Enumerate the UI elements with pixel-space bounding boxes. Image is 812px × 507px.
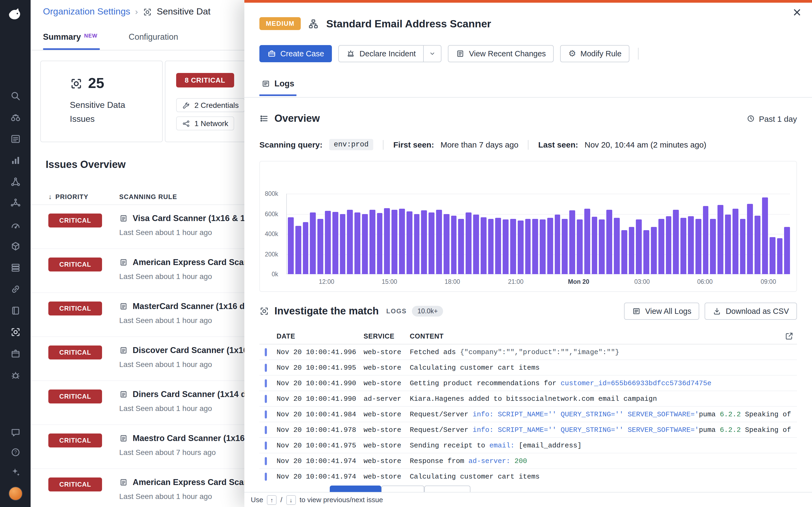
chart-bar[interactable] <box>532 219 539 274</box>
chart-bar[interactable] <box>354 213 360 274</box>
chart-bar[interactable] <box>428 212 435 274</box>
chart-bar[interactable] <box>303 222 309 274</box>
chart-bar[interactable] <box>592 217 598 274</box>
chart-bar[interactable] <box>421 210 427 274</box>
chart-bar[interactable] <box>295 226 301 274</box>
view-all-logs-button[interactable]: View All Logs <box>624 302 700 320</box>
log-row[interactable]: Nov 20 10:00:41.990 ad-server Kiara.Hage… <box>259 391 797 407</box>
chart-bar[interactable] <box>703 206 709 274</box>
log-row[interactable]: Nov 20 10:00:41.995 web-store Calculatin… <box>259 360 797 376</box>
chart-bar[interactable] <box>451 216 457 274</box>
chart-bar[interactable] <box>725 215 731 274</box>
credentials-chip[interactable]: 2 Credentials <box>176 98 245 112</box>
view-recent-changes-button[interactable]: View Recent Changes <box>448 45 554 62</box>
chart-bar[interactable] <box>495 218 501 274</box>
chart-bar[interactable] <box>392 210 397 274</box>
help-icon[interactable]: ? <box>10 447 21 458</box>
service-map-icon[interactable] <box>10 198 21 209</box>
chart-bar[interactable] <box>347 210 353 274</box>
chart-bar[interactable] <box>607 210 612 274</box>
chart-bar[interactable] <box>710 219 716 274</box>
watchdog-icon[interactable] <box>10 112 21 123</box>
chart-bar[interactable] <box>436 210 442 274</box>
ci-icon[interactable] <box>10 370 21 380</box>
column-priority[interactable]: ↓ PRIORITY <box>48 192 119 201</box>
chart-bar[interactable] <box>784 227 790 274</box>
chart-bar[interactable] <box>540 219 546 274</box>
log-row[interactable]: Nov 20 10:00:41.990 web-store Getting pr… <box>259 376 797 391</box>
chart-bar[interactable] <box>547 218 553 274</box>
chart-bar[interactable] <box>696 219 701 274</box>
declare-incident-button[interactable]: Declare Incident <box>339 45 424 62</box>
chart-bar[interactable] <box>599 219 605 274</box>
user-avatar[interactable] <box>8 487 22 501</box>
log-row[interactable]: Nov 20 10:00:41.996 web-store Fetched ad… <box>259 344 797 360</box>
tab-configuration[interactable]: Configuration <box>129 31 178 50</box>
chart-bar[interactable] <box>340 214 346 274</box>
chart-bar[interactable] <box>288 217 294 274</box>
metrics-icon[interactable] <box>10 155 21 166</box>
log-row[interactable]: Nov 20 10:00:41.974 web-store Calculatin… <box>259 469 797 482</box>
log-row[interactable]: Nov 20 10:00:41.974 web-store Response f… <box>259 453 797 469</box>
chart-bar[interactable] <box>584 209 590 274</box>
chart-bar[interactable] <box>762 198 768 274</box>
download-csv-button[interactable]: Download as CSV <box>705 302 797 320</box>
processes-icon[interactable] <box>10 262 21 273</box>
scanning-query-chip[interactable]: env:prod <box>329 139 373 150</box>
external-link-icon[interactable] <box>784 332 794 341</box>
chart-bar[interactable] <box>407 212 412 274</box>
critical-count-badge[interactable]: 8 CRITICAL <box>176 73 234 88</box>
close-icon[interactable]: × <box>793 5 801 20</box>
network-chip[interactable]: 1 Network <box>176 116 234 130</box>
chart-bar[interactable] <box>310 213 316 274</box>
chart-bar[interactable] <box>369 210 375 274</box>
tab-logs[interactable]: Logs <box>259 79 296 96</box>
monitors-icon[interactable] <box>10 219 21 230</box>
chart-bar[interactable] <box>747 204 753 274</box>
chart-bar[interactable] <box>740 219 746 274</box>
chart-bar[interactable] <box>628 227 635 274</box>
log-row[interactable]: Nov 20 10:00:41.975 web-store Sending re… <box>259 438 797 453</box>
chart-bar[interactable] <box>673 210 679 274</box>
chart-bar[interactable] <box>384 208 390 274</box>
chart-bar[interactable] <box>621 230 627 274</box>
chart-bar[interactable] <box>466 213 471 274</box>
chart-bar[interactable] <box>717 205 723 274</box>
chart-bar[interactable] <box>555 215 560 274</box>
events-icon[interactable] <box>10 133 21 144</box>
chart-bar[interactable] <box>755 216 760 274</box>
chart-bar[interactable] <box>636 219 642 274</box>
chart-bar[interactable] <box>458 219 464 274</box>
chart-bar[interactable] <box>377 213 383 274</box>
declare-incident-dropdown[interactable] <box>424 45 442 62</box>
chart-bar[interactable] <box>777 238 783 274</box>
log-row[interactable]: Nov 20 10:00:41.978 web-store Request/Se… <box>259 422 797 438</box>
notebooks-icon[interactable] <box>10 305 21 316</box>
chart-bar[interactable] <box>517 220 523 274</box>
chart-bar[interactable] <box>732 209 739 274</box>
chart-bar[interactable] <box>666 216 671 274</box>
datadog-logo-icon[interactable] <box>0 0 31 31</box>
search-icon[interactable] <box>10 91 21 101</box>
chart-bar[interactable] <box>525 219 531 274</box>
chart-bar[interactable] <box>317 219 323 274</box>
security-scanner-icon[interactable] <box>10 327 21 337</box>
create-case-button[interactable]: Create Case <box>259 45 332 62</box>
chart-bar[interactable] <box>562 219 568 274</box>
chart-bar[interactable] <box>488 219 494 274</box>
chart-bar[interactable] <box>325 211 331 274</box>
packages-icon[interactable] <box>10 348 21 359</box>
chart-bar[interactable] <box>480 217 486 274</box>
tab-summary[interactable]: Summary NEW <box>43 31 97 50</box>
integrations-icon[interactable] <box>10 284 21 294</box>
chart-bar[interactable] <box>680 218 686 274</box>
chart-bar[interactable] <box>443 214 449 274</box>
chart-bar[interactable] <box>614 218 620 274</box>
chart-bar[interactable] <box>399 209 405 274</box>
sparkles-icon[interactable] <box>10 467 21 477</box>
chart-bar[interactable] <box>658 219 664 274</box>
chat-icon[interactable] <box>10 427 21 438</box>
breadcrumb-org-settings-link[interactable]: Organization Settings <box>43 6 130 17</box>
chart-bar[interactable] <box>770 237 775 274</box>
chart-bar[interactable] <box>651 227 657 274</box>
